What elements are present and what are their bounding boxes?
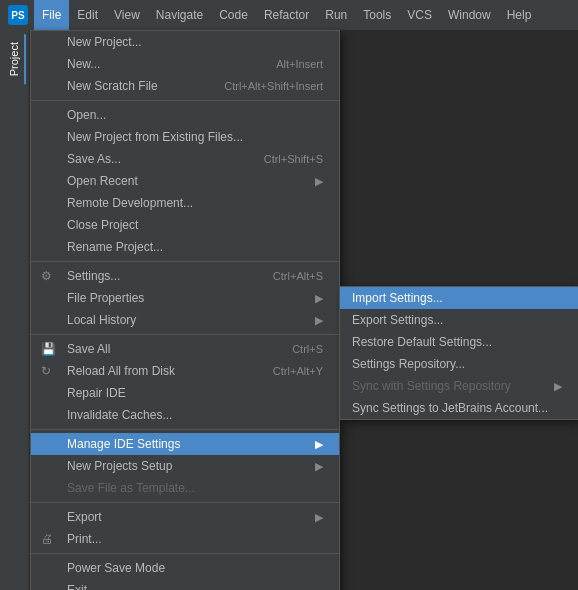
new-scratch-shortcut: Ctrl+Alt+Shift+Insert [224, 80, 323, 92]
repair-ide-label: Repair IDE [67, 386, 126, 400]
power-save-label: Power Save Mode [67, 561, 165, 575]
open-recent-arrow: ▶ [315, 175, 323, 188]
save-file-template-label: Save File as Template... [67, 481, 195, 495]
manage-ide-arrow: ▶ [315, 438, 323, 451]
reload-icon: ↻ [41, 364, 51, 378]
submenu-settings-repo[interactable]: Settings Repository... [340, 353, 578, 375]
menu-settings[interactable]: ⚙ Settings... Ctrl+Alt+S [31, 265, 339, 287]
new-projects-setup-label: New Projects Setup [67, 459, 172, 473]
file-properties-arrow: ▶ [315, 292, 323, 305]
menu-repair-ide[interactable]: Repair IDE [31, 382, 339, 404]
menu-local-history[interactable]: Local History ▶ [31, 309, 339, 331]
exit-label: Exit [67, 583, 87, 590]
new-project-label: New Project... [67, 35, 142, 49]
save-all-shortcut: Ctrl+S [292, 343, 323, 355]
separator-6 [31, 553, 339, 554]
menu-rename-project[interactable]: Rename Project... [31, 236, 339, 258]
menu-close-project[interactable]: Close Project [31, 214, 339, 236]
export-arrow: ▶ [315, 511, 323, 524]
title-bar: PS File Edit View Navigate Code Refactor… [0, 0, 578, 30]
submenu-restore-defaults[interactable]: Restore Default Settings... [340, 331, 578, 353]
menu-item-vcs[interactable]: VCS [399, 0, 440, 30]
menu-new-projects-setup[interactable]: New Projects Setup ▶ [31, 455, 339, 477]
editor-area: New Project... New... Alt+Insert New Scr… [30, 30, 578, 590]
save-as-shortcut: Ctrl+Shift+S [264, 153, 323, 165]
new-from-existing-label: New Project from Existing Files... [67, 130, 243, 144]
sync-with-repo-label: Sync with Settings Repository [352, 379, 511, 393]
settings-shortcut: Ctrl+Alt+S [273, 270, 323, 282]
manage-ide-label: Manage IDE Settings [67, 437, 180, 451]
menu-new-project[interactable]: New Project... [31, 31, 339, 53]
separator-3 [31, 334, 339, 335]
open-label: Open... [67, 108, 106, 122]
menu-open-recent[interactable]: Open Recent ▶ [31, 170, 339, 192]
restore-defaults-label: Restore Default Settings... [352, 335, 492, 349]
menu-save-file-template[interactable]: Save File as Template... [31, 477, 339, 499]
import-settings-label: Import Settings... [352, 291, 443, 305]
sync-to-jetbrains-label: Sync Settings to JetBrains Account... [352, 401, 548, 415]
menu-save-all[interactable]: 💾 Save All Ctrl+S [31, 338, 339, 360]
new-scratch-label: New Scratch File [67, 79, 158, 93]
menu-remote-dev[interactable]: Remote Development... [31, 192, 339, 214]
sidebar-tab-project[interactable]: Project [4, 34, 26, 84]
menu-item-navigate[interactable]: Navigate [148, 0, 211, 30]
manage-ide-submenu: Import Settings... Export Settings... Re… [339, 286, 578, 420]
open-recent-label: Open Recent [67, 174, 138, 188]
remote-dev-label: Remote Development... [67, 196, 193, 210]
menu-item-file[interactable]: File [34, 0, 69, 30]
menu-invalidate-caches[interactable]: Invalidate Caches... [31, 404, 339, 426]
close-project-label: Close Project [67, 218, 138, 232]
menu-file-properties[interactable]: File Properties ▶ [31, 287, 339, 309]
export-settings-label: Export Settings... [352, 313, 443, 327]
reload-all-label: Reload All from Disk [67, 364, 175, 378]
new-label: New... [67, 57, 100, 71]
file-properties-label: File Properties [67, 291, 144, 305]
menu-new-scratch[interactable]: New Scratch File Ctrl+Alt+Shift+Insert [31, 75, 339, 97]
main-content: Project New Project... New... Alt+Insert… [0, 30, 578, 590]
menu-power-save[interactable]: Power Save Mode [31, 557, 339, 579]
menu-new-from-existing[interactable]: New Project from Existing Files... [31, 126, 339, 148]
settings-repo-label: Settings Repository... [352, 357, 465, 371]
export-label: Export [67, 510, 102, 524]
new-shortcut: Alt+Insert [276, 58, 323, 70]
file-menu-dropdown: New Project... New... Alt+Insert New Scr… [30, 30, 340, 590]
submenu-export-settings[interactable]: Export Settings... [340, 309, 578, 331]
gear-icon: ⚙ [41, 269, 52, 283]
print-icon: 🖨 [41, 532, 53, 546]
menu-reload-all[interactable]: ↻ Reload All from Disk Ctrl+Alt+Y [31, 360, 339, 382]
save-all-label: Save All [67, 342, 110, 356]
menu-save-as[interactable]: Save As... Ctrl+Shift+S [31, 148, 339, 170]
separator-5 [31, 502, 339, 503]
submenu-sync-with-repo[interactable]: Sync with Settings Repository ▶ [340, 375, 578, 397]
menu-new[interactable]: New... Alt+Insert [31, 53, 339, 75]
menu-item-view[interactable]: View [106, 0, 148, 30]
print-label: Print... [67, 532, 102, 546]
menu-exit[interactable]: Exit [31, 579, 339, 590]
invalidate-caches-label: Invalidate Caches... [67, 408, 172, 422]
submenu-sync-to-jetbrains[interactable]: Sync Settings to JetBrains Account... [340, 397, 578, 419]
sync-with-repo-arrow: ▶ [554, 380, 562, 393]
menu-item-help[interactable]: Help [499, 0, 540, 30]
menu-item-code[interactable]: Code [211, 0, 256, 30]
menu-item-edit[interactable]: Edit [69, 0, 106, 30]
menu-manage-ide[interactable]: Manage IDE Settings ▶ [31, 433, 339, 455]
local-history-label: Local History [67, 313, 136, 327]
separator-2 [31, 261, 339, 262]
local-history-arrow: ▶ [315, 314, 323, 327]
submenu-import-settings[interactable]: Import Settings... [340, 287, 578, 309]
reload-shortcut: Ctrl+Alt+Y [273, 365, 323, 377]
menu-item-run[interactable]: Run [317, 0, 355, 30]
menu-export[interactable]: Export ▶ [31, 506, 339, 528]
menu-bar: File Edit View Navigate Code Refactor Ru… [34, 0, 539, 30]
separator-1 [31, 100, 339, 101]
rename-project-label: Rename Project... [67, 240, 163, 254]
menu-item-window[interactable]: Window [440, 0, 499, 30]
menu-print[interactable]: 🖨 Print... [31, 528, 339, 550]
separator-4 [31, 429, 339, 430]
save-icon: 💾 [41, 342, 56, 356]
app-icon: PS [8, 5, 28, 25]
save-as-label: Save As... [67, 152, 121, 166]
menu-item-tools[interactable]: Tools [355, 0, 399, 30]
menu-item-refactor[interactable]: Refactor [256, 0, 317, 30]
menu-open[interactable]: Open... [31, 104, 339, 126]
